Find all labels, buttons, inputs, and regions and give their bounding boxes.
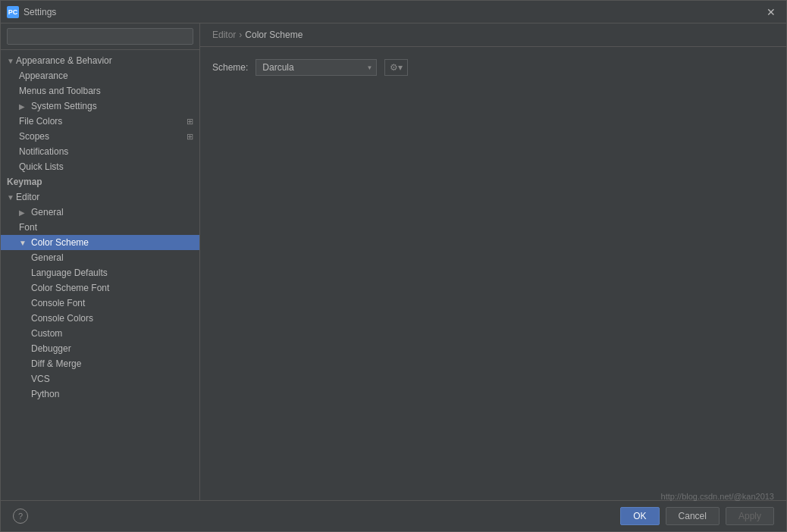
sidebar-item-label: Color Scheme Font — [7, 283, 193, 293]
expand-arrow: ▼ — [7, 193, 16, 202]
help-button[interactable]: ? — [13, 509, 28, 524]
footer-left: ? — [13, 509, 614, 524]
sidebar-item-label: Diff & Merge — [7, 358, 193, 369]
expand-arrow: ▼ — [19, 239, 28, 247]
scopes-badge: ⊞ — [187, 132, 193, 142]
sidebar-item-label: Custom — [7, 328, 193, 339]
sidebar-item-language-defaults[interactable]: Language Defaults — [1, 265, 199, 280]
sidebar-item-label: Quick Lists — [7, 161, 193, 172]
sidebar-item-label: VCS — [7, 374, 193, 384]
breadcrumb-separator: › — [239, 30, 242, 40]
expand-arrow: ▶ — [19, 102, 28, 111]
sidebar-item-label: Scopes — [7, 131, 183, 142]
sidebar-item-label: Console Font — [7, 298, 193, 308]
sidebar-item-system-settings[interactable]: ▶ System Settings — [1, 99, 199, 114]
sidebar-item-cs-general[interactable]: General — [1, 250, 199, 265]
close-button[interactable]: ✕ — [762, 5, 780, 20]
settings-window: PC Settings ✕ ▼ Appearance & Behavior Ap… — [0, 0, 787, 532]
sidebar-item-editor[interactable]: ▼ Editor — [1, 189, 199, 205]
expand-arrow: ▼ — [7, 57, 16, 65]
sidebar: ▼ Appearance & Behavior Appearance Menus… — [1, 23, 200, 500]
sidebar-item-label: General — [31, 207, 64, 217]
sidebar-item-label: System Settings — [31, 101, 97, 111]
sidebar-item-scopes[interactable]: Scopes ⊞ — [1, 129, 199, 144]
file-colors-badge: ⊞ — [187, 117, 193, 127]
sidebar-item-label: Notifications — [7, 146, 193, 157]
sidebar-item-file-colors[interactable]: File Colors ⊞ — [1, 114, 199, 129]
ok-button[interactable]: OK — [620, 507, 659, 525]
sidebar-item-debugger[interactable]: Debugger — [1, 341, 199, 356]
sidebar-item-vcs[interactable]: VCS — [1, 371, 199, 386]
sidebar-item-label: Console Colors — [7, 313, 193, 324]
sidebar-item-label: Editor — [16, 192, 193, 202]
sidebar-item-console-font[interactable]: Console Font — [1, 296, 199, 311]
apply-button[interactable]: Apply — [726, 507, 774, 525]
sidebar-item-appearance-behavior[interactable]: ▼ Appearance & Behavior — [1, 53, 199, 68]
sidebar-item-quick-lists[interactable]: Quick Lists — [1, 159, 199, 174]
sidebar-item-font[interactable]: Font — [1, 220, 199, 235]
sidebar-item-color-scheme-font[interactable]: Color Scheme Font — [1, 280, 199, 296]
breadcrumb-current: Color Scheme — [245, 30, 303, 40]
search-box — [1, 23, 199, 50]
sidebar-item-console-colors[interactable]: Console Colors — [1, 311, 199, 326]
scheme-select[interactable]: Darcula Default High contrast — [256, 59, 377, 76]
search-input[interactable] — [7, 28, 193, 45]
scheme-select-wrapper: Darcula Default High contrast — [256, 59, 377, 76]
sidebar-item-keymap[interactable]: Keymap — [1, 174, 199, 189]
scheme-gear-button[interactable]: ⚙▾ — [384, 59, 408, 76]
breadcrumb: Editor › Color Scheme — [200, 23, 786, 47]
sidebar-item-python[interactable]: Python — [1, 386, 199, 402]
sidebar-item-label: Language Defaults — [7, 268, 193, 278]
sidebar-item-menus-toolbars[interactable]: Menus and Toolbars — [1, 83, 199, 99]
sidebar-item-appearance[interactable]: Appearance — [1, 68, 199, 83]
sidebar-item-label: Python — [7, 389, 193, 399]
scheme-row: Scheme: Darcula Default High contrast ⚙▾ — [212, 59, 774, 76]
sidebar-item-label: Color Scheme — [31, 237, 89, 248]
editor-area: Scheme: Darcula Default High contrast ⚙▾ — [200, 47, 786, 500]
sidebar-item-label: General — [7, 252, 193, 263]
main-content: Editor › Color Scheme Scheme: Darcula De… — [200, 23, 786, 500]
sidebar-item-diff-merge[interactable]: Diff & Merge — [1, 356, 199, 371]
content-area: ▼ Appearance & Behavior Appearance Menus… — [1, 23, 786, 500]
scheme-label: Scheme: — [212, 62, 248, 73]
sidebar-item-label: Appearance & Behavior — [16, 55, 193, 66]
sidebar-item-label: File Colors — [7, 116, 183, 127]
expand-arrow: ▶ — [19, 208, 28, 217]
sidebar-item-label: Debugger — [7, 343, 193, 354]
footer: ? OK Cancel Apply — [1, 500, 786, 531]
window-title: Settings — [24, 7, 762, 17]
sidebar-item-notifications[interactable]: Notifications — [1, 144, 199, 159]
sidebar-item-label: Keymap — [7, 177, 193, 187]
sidebar-item-color-scheme[interactable]: ▼ Color Scheme — [1, 235, 199, 250]
sidebar-item-general[interactable]: ▶ General — [1, 205, 199, 220]
title-bar: PC Settings ✕ — [1, 1, 786, 23]
sidebar-item-label: Appearance — [7, 70, 193, 81]
sidebar-item-custom[interactable]: Custom — [1, 326, 199, 341]
cancel-button[interactable]: Cancel — [666, 507, 720, 525]
sidebar-item-label: Font — [7, 222, 193, 233]
breadcrumb-parent: Editor — [212, 30, 236, 40]
sidebar-item-label: Menus and Toolbars — [7, 86, 193, 96]
app-icon: PC — [7, 6, 19, 18]
settings-tree: ▼ Appearance & Behavior Appearance Menus… — [1, 50, 199, 500]
